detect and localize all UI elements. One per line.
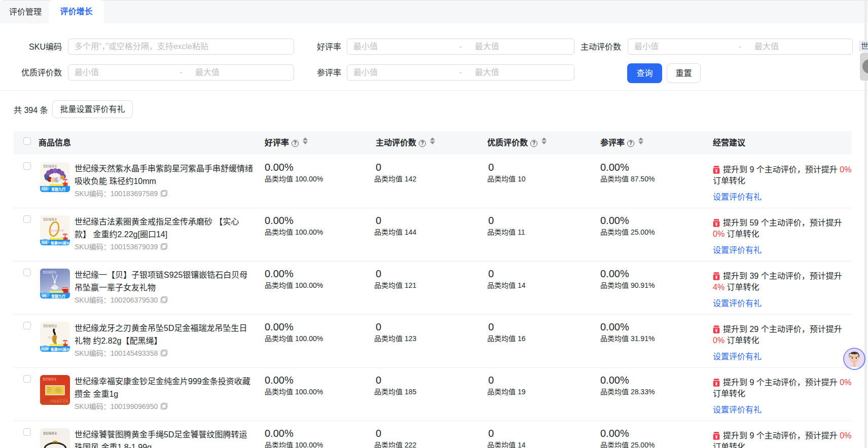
svg-text:JDCOMVIP: JDCOMVIP	[49, 229, 64, 232]
svg-text:世纪缘珠宝: 世纪缘珠宝	[43, 431, 57, 435]
svg-text:育韶九行: 育韶九行	[51, 294, 65, 298]
svg-text:育韶九行: 育韶九行	[51, 187, 65, 192]
svg-text:鸿运当头之喜: 鸿运当头之喜	[50, 399, 68, 403]
svg-text:世纪缘珠宝: 世纪缘珠宝	[43, 377, 57, 381]
svg-text:99: 99	[42, 294, 46, 297]
svg-text:JD龙: JD龙	[48, 335, 54, 340]
svg-text:世纪缘珠宝: 世纪缘珠宝	[43, 217, 57, 221]
svg-text:每满300减30: 每满300减30	[51, 241, 70, 245]
svg-text:世纪缘珠宝: 世纪缘珠宝	[43, 164, 57, 168]
svg-text:世纪缘珠宝: 世纪缘珠宝	[43, 270, 57, 274]
svg-text:2155: 2155	[41, 347, 49, 351]
svg-text:208: 208	[42, 241, 47, 244]
svg-text:每满300减30: 每满300减30	[51, 347, 70, 352]
svg-text:252: 252	[42, 187, 48, 191]
